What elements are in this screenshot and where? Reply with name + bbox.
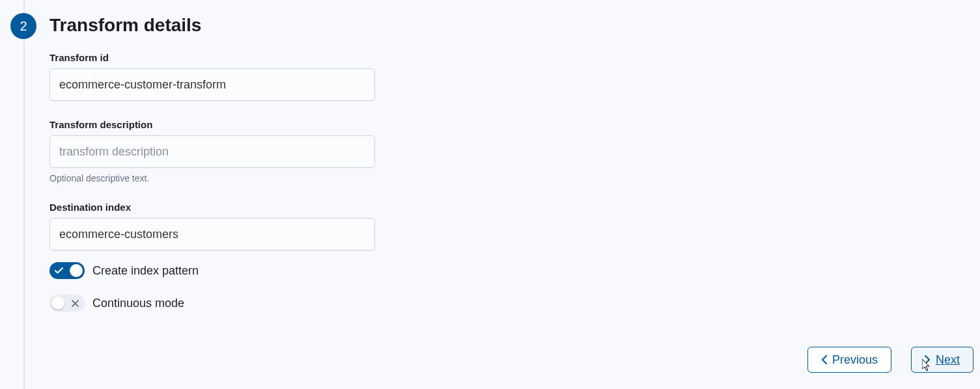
chevron-left-icon [821, 355, 827, 364]
transform-description-help: Optional descriptive text. [49, 173, 375, 183]
create-index-pattern-toggle[interactable] [49, 262, 85, 279]
previous-button-label: Previous [832, 353, 878, 367]
destination-index-group: Destination index [49, 202, 375, 250]
check-icon [55, 267, 63, 274]
destination-index-label: Destination index [49, 202, 375, 213]
destination-index-input[interactable] [49, 218, 375, 250]
transform-description-input[interactable] [49, 135, 375, 168]
next-button-label: Next [936, 353, 960, 367]
step-number: 2 [20, 19, 27, 34]
continuous-mode-toggle[interactable] [49, 295, 85, 312]
create-index-pattern-label: Create index pattern [92, 264, 199, 278]
toggle-thumb [51, 297, 64, 310]
previous-button[interactable]: Previous [807, 347, 891, 373]
transform-id-label: Transform id [49, 52, 375, 63]
next-button[interactable]: Next [911, 347, 973, 373]
transform-description-label: Transform description [49, 119, 375, 130]
transform-id-group: Transform id [49, 52, 375, 101]
page-title: Transform details [49, 15, 201, 36]
chevron-right-icon [925, 355, 931, 364]
transform-details-form: Transform id Transform description Optio… [49, 52, 375, 327]
wizard-button-bar: Previous Next [807, 347, 973, 373]
toggle-thumb [70, 264, 83, 277]
continuous-mode-toggle-row: Continuous mode [49, 295, 375, 312]
transform-id-input[interactable] [49, 68, 375, 101]
transform-description-group: Transform description Optional descripti… [49, 119, 375, 183]
continuous-mode-label: Continuous mode [92, 297, 184, 310]
step-number-badge: 2 [10, 13, 36, 39]
x-icon [72, 300, 79, 307]
step-connector-line [23, 0, 25, 389]
create-index-pattern-toggle-row: Create index pattern [49, 262, 375, 279]
